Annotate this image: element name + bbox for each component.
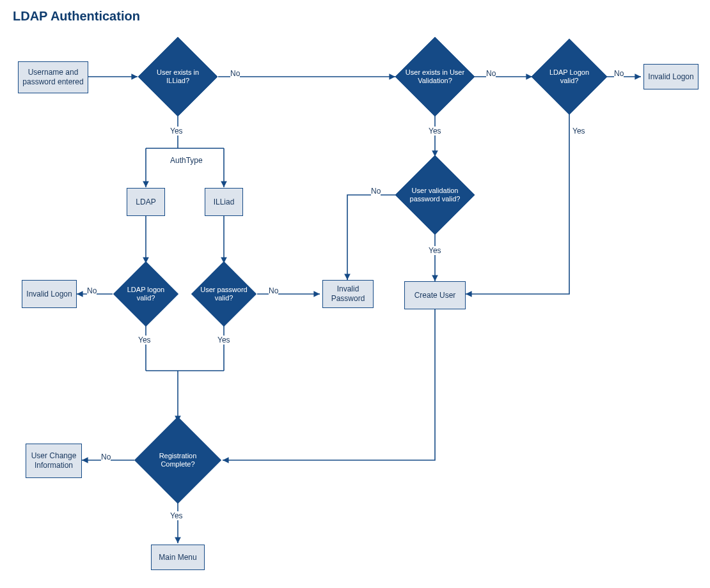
edge-label-yes: Yes	[170, 511, 183, 520]
node-authtype-illiad: ILLiad	[205, 188, 243, 216]
node-start: Username and password entered	[18, 61, 88, 93]
edge-label-no: No	[101, 453, 111, 461]
node-authtype-ldap: LDAP	[127, 188, 165, 216]
edge-label-yes: Yes	[429, 246, 441, 255]
flowchart-canvas: LDAP Authentication	[0, 0, 710, 588]
node-user-change-information: User Change Information	[26, 444, 82, 478]
edge-label-no: No	[230, 69, 240, 78]
diagram-title: LDAP Authentication	[13, 9, 140, 24]
edge-label-yes: Yes	[138, 336, 151, 344]
node-invalid-password: Invalid Password	[322, 280, 374, 308]
node-main-menu: Main Menu	[151, 545, 205, 570]
edge-label-yes: Yes	[429, 127, 441, 135]
edge-label-no: No	[486, 69, 496, 78]
edge-label-no: No	[87, 286, 97, 295]
edge-label-yes: Yes	[170, 127, 183, 135]
edge-label-no: No	[371, 187, 381, 196]
edge-label-no: No	[269, 286, 278, 295]
edge-label-no: No	[614, 69, 624, 78]
edge-label-yes: Yes	[217, 336, 230, 344]
edge-label-authtype: AuthType	[170, 156, 203, 165]
edge-label-yes: Yes	[572, 127, 585, 135]
node-invalid-logon-left: Invalid Logon	[22, 280, 77, 308]
node-invalid-logon-right: Invalid Logon	[643, 64, 698, 89]
node-create-user: Create User	[404, 281, 466, 309]
